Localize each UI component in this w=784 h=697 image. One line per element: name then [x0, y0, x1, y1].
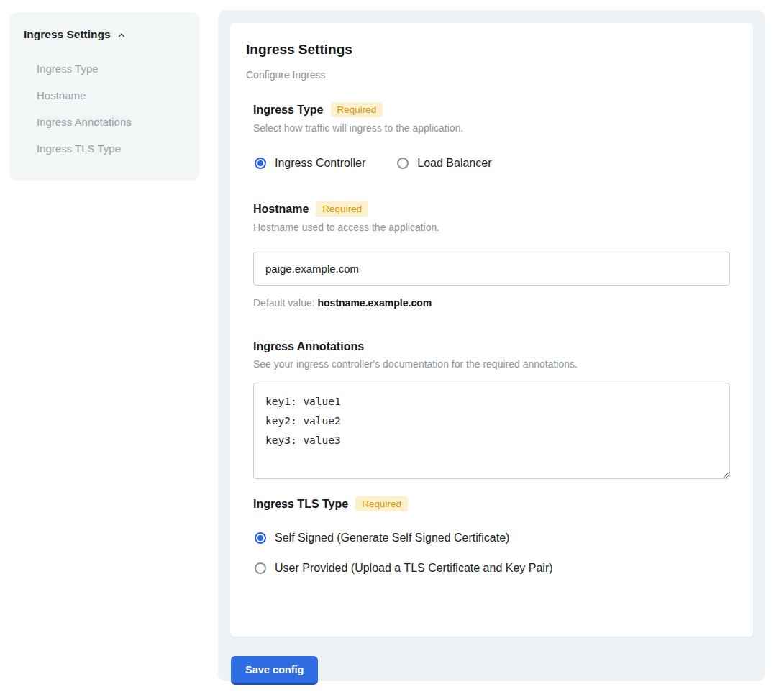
radio-option-self-signed[interactable]: Self Signed (Generate Self Signed Certif… — [255, 532, 730, 545]
radio-option-user-provided[interactable]: User Provided (Upload a TLS Certificate … — [255, 562, 730, 575]
required-badge: Required — [316, 201, 368, 217]
radio-load-balancer[interactable] — [397, 158, 409, 169]
radio-label: User Provided (Upload a TLS Certificate … — [275, 562, 553, 575]
sidebar-item-ingress-type[interactable]: Ingress Type — [24, 55, 185, 82]
page-subtitle: Configure Ingress — [246, 69, 730, 81]
radio-label: Load Balancer — [417, 157, 491, 170]
chevron-up-icon — [117, 30, 127, 40]
ingress-annotations-label: Ingress Annotations — [253, 340, 364, 353]
radio-label: Self Signed (Generate Self Signed Certif… — [275, 532, 509, 545]
radio-label: Ingress Controller — [275, 157, 365, 170]
sidebar-item-hostname[interactable]: Hostname — [24, 82, 185, 109]
hostname-input[interactable] — [253, 252, 730, 286]
hostname-label: Hostname — [253, 203, 309, 216]
ingress-tls-type-section: Ingress TLS Type Required Self Signed (G… — [246, 496, 730, 575]
default-value-text: hostname.example.com — [318, 297, 432, 309]
sidebar-section-toggle[interactable]: Ingress Settings — [24, 28, 185, 41]
ingress-settings-card: Ingress Settings Configure Ingress Ingre… — [230, 23, 753, 637]
default-value-label: Default value: — [253, 297, 315, 309]
ingress-type-label: Ingress Type — [253, 104, 324, 117]
ingress-annotations-description: See your ingress controller's documentat… — [253, 358, 730, 370]
ingress-tls-type-radio-group: Self Signed (Generate Self Signed Certif… — [255, 532, 730, 575]
ingress-annotations-textarea[interactable]: key1: value1 key2: value2 key3: value3 — [253, 383, 730, 479]
sidebar-list: Ingress Type Hostname Ingress Annotation… — [24, 55, 185, 162]
ingress-type-section: Ingress Type Required Select how traffic… — [246, 102, 730, 170]
main-panel: Ingress Settings Configure Ingress Ingre… — [218, 10, 765, 681]
radio-user-provided[interactable] — [255, 562, 266, 574]
radio-option-ingress-controller[interactable]: Ingress Controller — [255, 157, 365, 170]
hostname-section: Hostname Required Hostname used to acces… — [246, 201, 730, 309]
radio-self-signed[interactable] — [255, 532, 266, 544]
ingress-settings-sidebar: Ingress Settings Ingress Type Hostname I… — [9, 12, 199, 181]
save-config-button[interactable]: Save config — [231, 656, 318, 685]
sidebar-item-ingress-tls-type[interactable]: Ingress TLS Type — [24, 135, 185, 162]
ingress-tls-type-label: Ingress TLS Type — [253, 498, 348, 511]
required-badge: Required — [355, 496, 408, 511]
ingress-type-description: Select how traffic will ingress to the a… — [253, 122, 730, 134]
page-title: Ingress Settings — [246, 42, 730, 58]
radio-option-load-balancer[interactable]: Load Balancer — [397, 157, 491, 170]
hostname-description: Hostname used to access the application. — [253, 222, 730, 233]
sidebar-item-ingress-annotations[interactable]: Ingress Annotations — [24, 109, 185, 135]
required-badge: Required — [331, 102, 383, 117]
ingress-type-radio-group: Ingress Controller Load Balancer — [255, 157, 730, 170]
hostname-default-note: Default value: hostname.example.com — [253, 297, 730, 309]
ingress-annotations-section: Ingress Annotations See your ingress con… — [246, 340, 730, 479]
sidebar-section-title: Ingress Settings — [24, 28, 111, 41]
radio-ingress-controller[interactable] — [255, 158, 266, 169]
